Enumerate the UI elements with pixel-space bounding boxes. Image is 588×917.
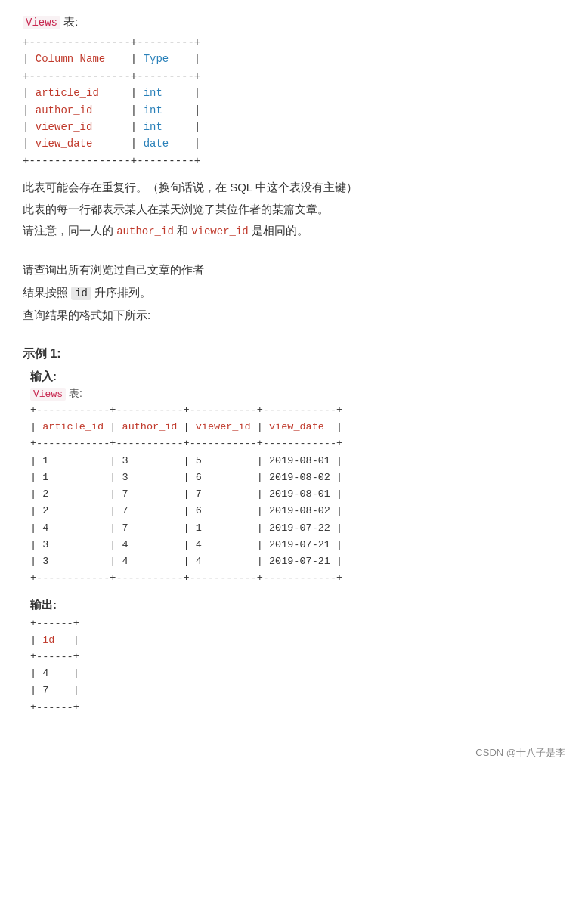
- table-label-text: 表:: [63, 15, 78, 28]
- example-output: 输出: +------+ | id | +------+ | 4 | | 7 |…: [23, 598, 565, 717]
- input-table-pre: +------------+-----------+-----------+--…: [30, 402, 565, 587]
- views-kw-example: Views: [30, 388, 66, 401]
- sort-text: 结果按照 id 升序排列。: [23, 281, 565, 304]
- example-input: 输入: Views 表: +------------+-----------+-…: [23, 370, 565, 587]
- output-table-pre: +------+ | id | +------+ | 4 | | 7 | +--…: [30, 615, 565, 717]
- format-text: 查询结果的格式如下所示:: [23, 304, 565, 327]
- desc-line2: 此表的每一行都表示某人在某天浏览了某位作者的某篇文章。: [23, 199, 565, 221]
- query-section: 请查询出所有浏览过自己文章的作者 结果按照 id 升序排列。 查询结果的格式如下…: [23, 259, 565, 327]
- desc-line3: 请注意，同一人的 author_id 和 viewer_id 是相同的。: [23, 220, 565, 242]
- example-title: 示例 1:: [23, 346, 565, 362]
- schema-table-pre: +----------------+---------+ | Column Na…: [23, 34, 565, 169]
- description: 此表可能会存在重复行。（换句话说，在 SQL 中这个表没有主键） 此表的每一行都…: [23, 177, 565, 242]
- views-table-label: Views 表:: [30, 387, 565, 401]
- footer-text: CSDN @十八子是李: [475, 747, 565, 758]
- schema-table: +----------------+---------+ | Column Na…: [23, 34, 565, 169]
- query-text: 请查询出所有浏览过自己文章的作者: [23, 259, 565, 281]
- output-label: 输出:: [30, 598, 565, 612]
- table-header-label: Views 表:: [23, 15, 565, 29]
- page-container: Views 表: +----------------+---------+ | …: [23, 15, 565, 760]
- sort-id-code: id: [71, 287, 91, 300]
- footer: CSDN @十八子是李: [23, 746, 565, 760]
- views-keyword: Views: [23, 16, 60, 29]
- input-label: 输入:: [30, 370, 565, 384]
- desc-line1: 此表可能会存在重复行。（换句话说，在 SQL 中这个表没有主键）: [23, 177, 565, 199]
- example-section: 示例 1: 输入: Views 表: +------------+-------…: [23, 346, 565, 717]
